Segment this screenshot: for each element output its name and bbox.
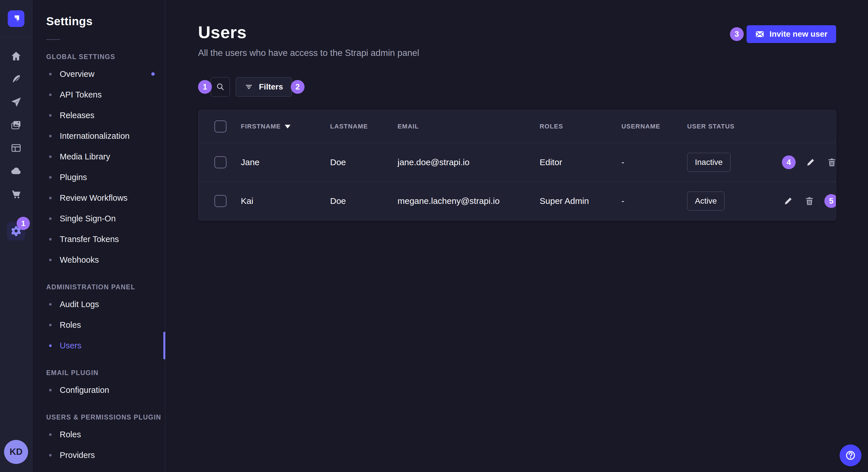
cell-firstname: Jane — [241, 158, 330, 167]
cell-username: - — [621, 158, 687, 167]
subnav-title: Settings — [46, 15, 165, 28]
column-header-firstname[interactable]: FIRSTNAME — [241, 123, 330, 130]
column-header-label: USER STATUS — [687, 123, 735, 130]
column-header-username[interactable]: USERNAME — [621, 123, 687, 130]
bullet-icon — [49, 217, 52, 220]
page-title: Users — [198, 22, 419, 42]
sidebar-item-api-tokens[interactable]: API Tokens — [32, 84, 165, 105]
home-icon[interactable] — [8, 48, 24, 64]
bullet-icon — [49, 238, 52, 241]
sidebar-item-media-library[interactable]: Media Library — [32, 146, 165, 167]
table-header-row: FIRSTNAME LASTNAME EMAIL ROLES USERNAME … — [198, 110, 836, 143]
edit-user-button[interactable] — [782, 195, 795, 207]
strapi-logo-icon — [10, 13, 22, 24]
invite-button-label: Invite new user — [770, 30, 828, 39]
column-header-roles[interactable]: ROLES — [539, 123, 621, 130]
delete-user-button[interactable] — [803, 195, 816, 207]
sidebar-item-label: Providers — [60, 450, 95, 460]
sidebar-item-up-roles[interactable]: Roles — [32, 424, 165, 445]
cell-user-status: Active — [687, 192, 782, 210]
trash-icon — [827, 158, 836, 167]
bullet-icon — [49, 156, 52, 158]
media-library-icon[interactable] — [8, 117, 24, 133]
sidebar-item-configuration[interactable]: Configuration — [32, 380, 165, 400]
filters-button-label: Filters — [259, 82, 283, 92]
cell-username: - — [621, 196, 687, 206]
column-header-user-status[interactable]: USER STATUS — [687, 123, 782, 130]
table-toolbar: 1 Filters 2 — [198, 77, 836, 97]
cloud-icon[interactable] — [8, 163, 24, 179]
row-checkbox[interactable] — [214, 156, 226, 168]
row-checkbox[interactable] — [214, 195, 226, 207]
page-header-text: Users All the users who have access to t… — [198, 22, 419, 58]
section-header-global-settings: GLOBAL SETTINGS — [46, 53, 165, 61]
sidebar-item-overview[interactable]: Overview — [32, 64, 165, 84]
sidebar-item-label: Configuration — [60, 385, 110, 395]
bullet-icon — [49, 389, 52, 392]
sidebar-item-label: API Tokens — [60, 90, 102, 100]
cell-user-status: Inactive — [687, 153, 782, 172]
sidebar-item-label: Review Workflows — [60, 193, 127, 203]
sidebar-item-label: Audit Logs — [60, 300, 99, 309]
main-content: Users All the users who have access to t… — [166, 0, 868, 472]
filters-button[interactable]: Filters — [236, 77, 292, 97]
bullet-icon — [49, 259, 52, 261]
invite-new-user-button[interactable]: Invite new user — [747, 25, 836, 43]
row-select-cell — [198, 156, 241, 168]
sidebar-item-webhooks[interactable]: Webhooks — [32, 249, 165, 270]
cell-lastname: Doe — [330, 158, 398, 167]
bullet-icon — [49, 73, 52, 75]
sidebar-item-label: Transfer Tokens — [60, 235, 119, 244]
page-header: Users All the users who have access to t… — [198, 22, 836, 58]
avatar[interactable]: KD — [4, 440, 28, 464]
sidebar-item-providers[interactable]: Providers — [32, 445, 165, 465]
pencil-icon — [783, 196, 793, 206]
bullet-icon — [49, 344, 52, 347]
question-mark-icon — [844, 449, 857, 462]
layout-icon[interactable] — [8, 140, 24, 156]
status-badge: Inactive — [687, 153, 731, 172]
table-row[interactable]: Jane Doe jane.doe@strapi.io Editor - Ina… — [198, 143, 836, 181]
sidebar-item-admin-roles[interactable]: Roles — [32, 314, 165, 335]
section-header-email-plugin: EMAIL PLUGIN — [46, 369, 165, 377]
row-actions: 4 — [782, 156, 836, 169]
settings-nav-item[interactable]: 1 — [7, 222, 25, 240]
search-button[interactable] — [211, 77, 230, 97]
bullet-icon — [49, 135, 52, 137]
bullet-icon — [49, 197, 52, 199]
marketplace-cart-icon[interactable] — [8, 186, 24, 202]
column-header-label: LASTNAME — [330, 123, 368, 130]
sidebar-item-releases[interactable]: Releases — [32, 105, 165, 126]
bullet-icon — [49, 94, 52, 96]
help-button[interactable] — [840, 444, 861, 466]
sidebar-item-label: Internationalization — [60, 131, 129, 141]
subnav-title-divider — [46, 39, 60, 40]
column-header-lastname[interactable]: LASTNAME — [330, 123, 398, 130]
sidebar-item-users[interactable]: Users — [32, 335, 165, 356]
table-row[interactable]: Kai Doe megane.lacheny@strapi.io Super A… — [198, 181, 836, 220]
strapi-logo[interactable] — [8, 10, 24, 27]
cell-firstname: Kai — [241, 196, 330, 206]
column-header-email[interactable]: EMAIL — [398, 123, 539, 130]
sidebar-item-single-sign-on[interactable]: Single Sign-On — [32, 208, 165, 229]
cell-roles: Super Admin — [539, 196, 621, 206]
select-all-checkbox[interactable] — [214, 121, 226, 133]
filter-icon — [245, 82, 253, 91]
cell-roles: Editor — [539, 158, 621, 167]
cell-email: jane.doe@strapi.io — [398, 158, 539, 167]
status-badge: Active — [687, 192, 724, 210]
content-builder-feather-icon[interactable] — [8, 71, 24, 87]
sidebar-item-plugins[interactable]: Plugins — [32, 167, 165, 188]
edit-user-button[interactable] — [804, 156, 817, 169]
column-header-label: FIRSTNAME — [241, 123, 281, 130]
section-header-administration-panel: ADMINISTRATION PANEL — [46, 283, 165, 291]
delete-user-button[interactable] — [826, 156, 836, 169]
settings-subnav: Settings GLOBAL SETTINGS Overview API To… — [32, 0, 165, 472]
sidebar-item-review-workflows[interactable]: Review Workflows — [32, 188, 165, 208]
deploy-paper-plane-icon[interactable] — [8, 94, 24, 110]
sidebar-item-transfer-tokens[interactable]: Transfer Tokens — [32, 229, 165, 249]
pencil-icon — [806, 158, 815, 167]
sidebar-item-internationalization[interactable]: Internationalization — [32, 126, 165, 146]
sidebar-item-audit-logs[interactable]: Audit Logs — [32, 294, 165, 314]
bullet-icon — [49, 454, 52, 457]
